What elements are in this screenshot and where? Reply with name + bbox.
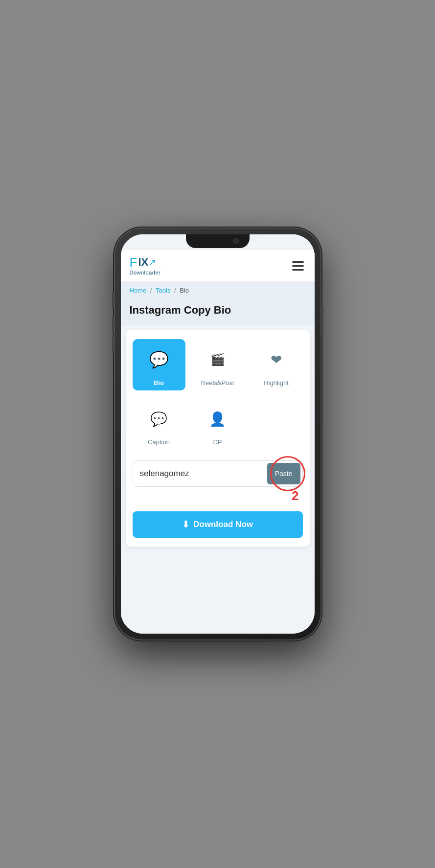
breadcrumb-sep-1: /	[150, 287, 154, 294]
logo: F IX ↗ Downloader	[130, 256, 161, 275]
logo-downloader-text: Downloader	[130, 270, 161, 275]
dp-label: DP	[213, 438, 222, 446]
step-number-annotation: 2	[292, 488, 298, 503]
bio-icon-box: 💬	[142, 343, 176, 376]
tool-bio[interactable]: 💬 Bio	[133, 339, 185, 390]
page-title: Instagram Copy Bio	[130, 304, 306, 317]
breadcrumb-tools[interactable]: Tools	[156, 287, 170, 294]
tool-grid-row2: 💬 Caption 👤 DP	[133, 398, 303, 450]
paste-button[interactable]: Paste	[267, 463, 300, 484]
caption-icon-box: 💬	[142, 402, 176, 435]
page-title-section: Instagram Copy Bio	[121, 299, 315, 325]
tool-caption[interactable]: 💬 Caption	[133, 398, 185, 450]
reels-label: Reels&Post	[201, 379, 234, 387]
app-header: F IX ↗ Downloader	[121, 250, 315, 282]
reels-icon-box: 🎬	[201, 343, 234, 376]
highlight-icon-box: ❤	[260, 343, 293, 376]
highlight-heart-icon: ❤	[271, 352, 282, 368]
breadcrumb-current: Bio	[180, 287, 189, 294]
breadcrumb-home[interactable]: Home	[130, 287, 147, 294]
username-input-row: Paste	[133, 460, 303, 487]
breadcrumb: Home / Tools / Bio	[130, 287, 306, 294]
main-card: 💬 Bio 🎬 Reels&Post ❤	[126, 330, 310, 547]
breadcrumb-sep-2: /	[174, 287, 178, 294]
bio-icon: 💬	[149, 350, 169, 369]
bio-label: Bio	[154, 379, 164, 387]
highlight-label: Highlight	[264, 379, 289, 387]
phone-screen: F IX ↗ Downloader Home / Tools	[121, 234, 315, 634]
dp-icon: 👤	[209, 411, 226, 427]
tool-dp[interactable]: 👤 DP	[191, 398, 244, 450]
phone-notch	[186, 234, 250, 248]
tool-grid-row1: 💬 Bio 🎬 Reels&Post ❤	[133, 339, 303, 390]
caption-icon: 💬	[150, 411, 167, 427]
download-button-label: Download Now	[193, 520, 253, 529]
screen-content: F IX ↗ Downloader Home / Tools	[121, 234, 315, 634]
tool-empty	[250, 398, 303, 450]
front-camera	[233, 238, 239, 244]
hamburger-line-2	[292, 265, 304, 267]
phone-frame: F IX ↗ Downloader Home / Tools	[115, 228, 321, 640]
reels-icon: 🎬	[210, 353, 225, 366]
dp-icon-box: 👤	[201, 402, 234, 435]
tool-highlight[interactable]: ❤ Highlight	[250, 339, 303, 390]
logo-icon: F IX ↗	[130, 256, 157, 269]
download-now-button[interactable]: ⬇ Download Now	[133, 511, 303, 538]
breadcrumb-section: Home / Tools / Bio	[121, 282, 315, 299]
hamburger-line-3	[292, 269, 304, 271]
logo-ix: IX	[138, 257, 148, 268]
tool-reels-post[interactable]: 🎬 Reels&Post	[191, 339, 244, 390]
caption-label: Caption	[148, 438, 170, 446]
username-input[interactable]	[133, 462, 265, 485]
download-icon: ⬇	[182, 519, 189, 530]
hamburger-line-1	[292, 261, 304, 263]
hamburger-menu-button[interactable]	[290, 259, 306, 273]
logo-bracket: F	[130, 256, 137, 269]
logo-arrow-icon: ↗	[149, 257, 156, 268]
